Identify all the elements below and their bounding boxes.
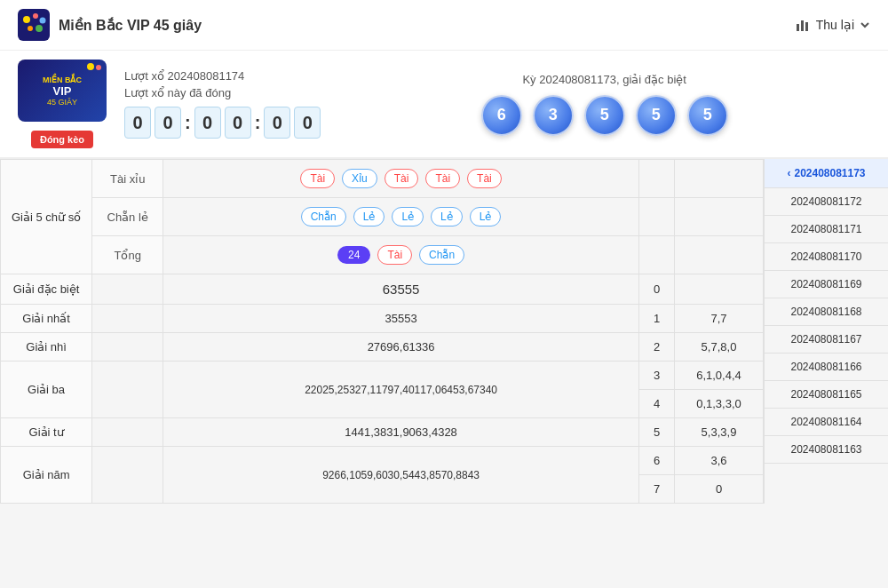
label-giai-dac-biet: Giải đặc biệt <box>1 274 92 305</box>
empty-sublabel-nhat <box>92 305 163 333</box>
row-tong: Tổng 24 Tài Chẵn <box>1 236 764 274</box>
thu-lai-label: Thu lại <box>816 18 854 32</box>
sep1: : <box>185 113 191 133</box>
sublabel-chanle: Chẵn lẻ <box>92 198 163 236</box>
countdown-d4: 0 <box>225 107 251 139</box>
giai-tu-col2: 5 <box>639 418 675 447</box>
label-giai-nam: Giải năm <box>1 447 92 504</box>
empty-sublabel-db <box>92 274 163 305</box>
dong-keo-button[interactable]: Đóng kèo <box>31 131 93 148</box>
giai-ba-col3-1: 0,1,3,3,0 <box>675 390 764 418</box>
empty-cell-2 <box>675 160 764 198</box>
giai-ba-col2-1: 4 <box>639 390 675 418</box>
side-item-5[interactable]: 202408081168 <box>765 298 888 326</box>
balls-row: 6 3 5 5 5 <box>481 95 728 136</box>
countdown-d2: 0 <box>155 107 181 139</box>
giai-nam-col3-0: 3,6 <box>675 447 764 475</box>
empty-cell-6 <box>675 236 764 274</box>
chevron-down-icon <box>860 20 870 30</box>
giai-nam-col3-1: 0 <box>675 475 764 504</box>
empty-sublabel-ba <box>92 362 163 418</box>
empty-sublabel-nam <box>92 447 163 504</box>
giai-nam-data: 9266,1059,6030,5443,8570,8843 <box>163 447 639 504</box>
giai-nhat-col3: 7,7 <box>675 305 764 333</box>
giai-nhi-col2: 2 <box>639 333 675 362</box>
chanle-values: Chẵn Lẻ Lẻ Lẻ Lẻ <box>163 198 639 236</box>
svg-rect-0 <box>18 9 50 41</box>
empty-cell-3 <box>639 198 675 236</box>
label-giai-ba: Giải ba <box>1 362 92 418</box>
luot-xo-info: Lượt xổ 202408081174 Lượt xổ này đã đóng… <box>124 69 321 139</box>
badge-chan-tong: Chẵn <box>419 245 464 265</box>
badge-tai-0: Tài <box>300 169 335 188</box>
countdown-d3: 0 <box>194 107 221 139</box>
countdown-d1: 0 <box>124 107 151 139</box>
countdown: 0 0 : 0 0 : 0 0 <box>124 107 321 139</box>
giai-nam-col2-1: 7 <box>639 475 675 504</box>
brand-line1: MIỀN BẮC <box>43 75 82 84</box>
giai-dac-biet-col2: 0 <box>639 274 675 305</box>
giai-nhat-data: 35553 <box>163 305 639 333</box>
bar-chart-icon <box>795 17 811 33</box>
row-giai-nam-1: Giải năm 9266,1059,6030,5443,8570,8843 6… <box>1 447 764 475</box>
luot-xo-label1: Lượt xổ 202408081174 <box>124 69 321 83</box>
svg-rect-8 <box>805 22 808 31</box>
giai-nhat-col2: 1 <box>639 305 675 333</box>
giai-nhi-data: 27696,61336 <box>163 333 639 362</box>
badge-tai-2: Tài <box>385 169 419 188</box>
svg-point-2 <box>33 13 38 19</box>
tong-values: 24 Tài Chẵn <box>163 236 639 274</box>
empty-cell-5 <box>639 236 675 274</box>
label-giai-nhat: Giải nhất <box>1 305 92 333</box>
table-container: Giải 5 chữ số Tài xỉu Tài Xỉu Tài Tài Tà… <box>0 158 888 504</box>
thu-lai-button[interactable]: Thu lại <box>795 17 870 33</box>
top-section: MIỀN BẮC VIP 45 GIÂY Đóng kèo Lượt xổ 20… <box>0 51 888 158</box>
row-giai-tu: Giải tư 1441,3831,9063,4328 5 5,3,3,9 <box>1 418 764 447</box>
giai-nhi-col3: 5,7,8,0 <box>675 333 764 362</box>
sep2: : <box>255 113 261 133</box>
svg-rect-6 <box>797 24 799 31</box>
side-item-6[interactable]: 202408081167 <box>765 326 888 354</box>
side-item-9[interactable]: 202408081164 <box>765 409 888 436</box>
empty-cell-4 <box>675 198 764 236</box>
side-item-3[interactable]: 202408081170 <box>765 243 888 271</box>
giai-tu-data: 1441,3831,9063,4328 <box>163 418 639 447</box>
badge-xiu-1: Xỉu <box>342 169 377 188</box>
countdown-d6: 0 <box>294 107 321 139</box>
svg-point-1 <box>23 16 30 23</box>
badge-tai-3: Tài <box>425 169 460 188</box>
brand-line3: 45 GIÂY <box>47 98 77 107</box>
giai-nam-col2-0: 6 <box>639 447 675 475</box>
svg-point-3 <box>40 18 46 24</box>
row-5chusoLabel-taisiu: Giải 5 chữ số Tài xỉu Tài Xỉu Tài Tài Tà… <box>1 160 764 198</box>
brand-line2: VIP <box>53 84 72 98</box>
ky-title: Kỳ 202408081173, giải đặc biệt <box>522 73 686 86</box>
side-item-4[interactable]: 202408081169 <box>765 271 888 298</box>
side-active-item[interactable]: ‹ 202408081173 <box>765 159 888 188</box>
side-item-8[interactable]: 202408081165 <box>765 381 888 409</box>
page-title: Miền Bắc VIP 45 giây <box>59 17 202 34</box>
side-item-1[interactable]: 202408081172 <box>765 188 888 216</box>
row-giai-dac-biet: Giải đặc biệt 63555 0 <box>1 274 764 305</box>
giai-ba-col2-0: 3 <box>639 362 675 390</box>
app-logo-icon <box>18 9 50 41</box>
badge-number-24: 24 <box>337 246 370 264</box>
row-chanle: Chẵn lẻ Chẵn Lẻ Lẻ Lẻ Lẻ <box>1 198 764 236</box>
header-left: Miền Bắc VIP 45 giây <box>18 9 202 41</box>
badge-le-1: Lẻ <box>353 207 385 226</box>
badge-tai-4: Tài <box>467 169 502 188</box>
badge-le-4: Lẻ <box>470 207 502 226</box>
empty-cell-1 <box>639 160 675 198</box>
ball-3: 5 <box>636 95 677 136</box>
side-item-10[interactable]: 202408081163 <box>765 436 888 464</box>
badge-le-3: Lẻ <box>431 207 463 226</box>
giai-dac-biet-data: 63555 <box>163 274 639 305</box>
row-giai-nhi: Giải nhì 27696,61336 2 5,7,8,0 <box>1 333 764 362</box>
sublabel-tong: Tổng <box>92 236 163 274</box>
side-item-7[interactable]: 202408081166 <box>765 354 888 381</box>
side-active-label: 202408081173 <box>794 167 865 179</box>
side-item-2[interactable]: 202408081171 <box>765 216 888 243</box>
empty-sublabel-tu <box>92 418 163 447</box>
luot-xo-label2: Lượt xổ này đã đóng <box>124 86 321 99</box>
taisiu-values: Tài Xỉu Tài Tài Tài <box>163 160 639 198</box>
